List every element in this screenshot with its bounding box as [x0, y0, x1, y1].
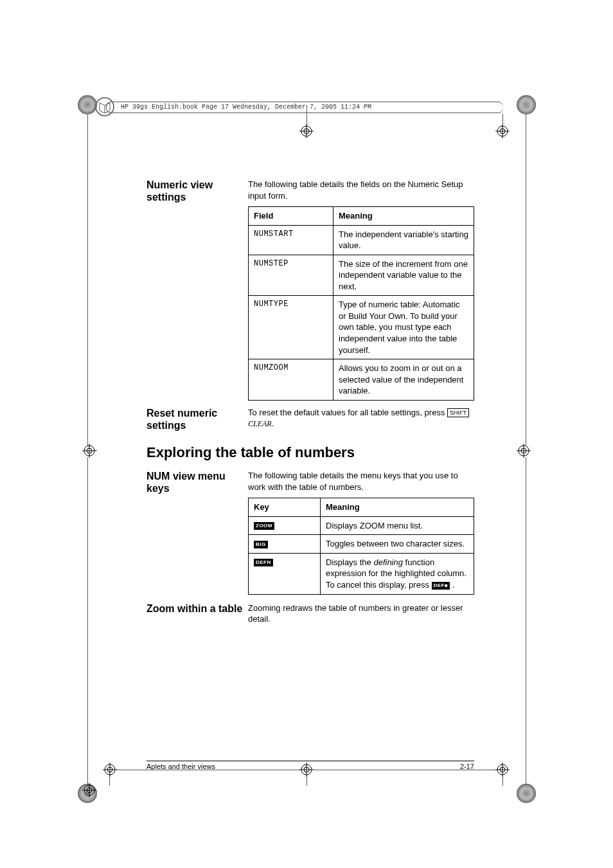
registration-mark-icon [517, 444, 531, 458]
zoom-body: Zooming redraws the table of numbers in … [248, 602, 474, 625]
guide-line [306, 105, 307, 125]
cell-meaning: Toggles between two character sizes. [321, 535, 474, 554]
guide-line [526, 457, 526, 785]
cell-meaning: The independent variable's starting valu… [333, 225, 474, 255]
cell-field: NUMTYPE [249, 296, 333, 359]
numeric-view-intro: The following table details the fields o… [248, 179, 474, 201]
guide-line [502, 114, 503, 125]
guide-line [87, 457, 88, 785]
corner-ornament [517, 95, 536, 114]
reset-text-after: . [272, 419, 274, 428]
guide-line [502, 775, 503, 786]
cell-key: BIG [249, 535, 321, 554]
guide-line [526, 114, 526, 446]
table-row: NUMSTEP The size of the increment from o… [249, 255, 474, 296]
numeric-view-table: Field Meaning NUMSTART The independent v… [248, 206, 474, 401]
side-heading-numeric-view: Numeric view settings [147, 179, 248, 401]
page-header-info: HP 39gs English.book Page 17 Wednesday, … [106, 102, 503, 113]
guide-line [96, 450, 97, 451]
side-heading-zoom: Zoom within a table [147, 602, 248, 625]
guide-line [306, 775, 307, 786]
table-row: NUMSTART The independent variable's star… [249, 225, 474, 255]
table-row: BIG Toggles between two character sizes. [249, 535, 474, 554]
table-row: NUMTYPE Type of numeric table: Automatic… [249, 296, 474, 359]
footer-chapter: Aplets and their views [147, 763, 215, 770]
num-menu-intro: The following table details the menu key… [248, 470, 474, 493]
cell-field: NUMSTEP [249, 255, 333, 296]
cell-field: NUMSTART [249, 225, 333, 255]
clear-key-label: CLEAR [248, 419, 272, 428]
cell-meaning: Displays the defining function expressio… [321, 553, 474, 594]
reset-body: To reset the default values for all tabl… [248, 407, 474, 431]
table-header-row: Key Meaning [249, 498, 474, 517]
side-heading-num-menu: NUM view menu keys [147, 470, 248, 594]
defn-menu-key: DEFN [254, 559, 273, 566]
cell-key: ZOOM [249, 516, 321, 535]
guide-line [87, 114, 88, 446]
table-row: NUMZOOM Allows you to zoom in or out on … [249, 359, 474, 401]
cell-key: DEFN [249, 553, 321, 594]
section-heading-exploring: Exploring the table of numbers [147, 444, 474, 461]
defining-word: defining [373, 557, 403, 567]
registration-mark-icon [82, 444, 96, 458]
cell-meaning: The size of the increment from one indep… [333, 255, 474, 296]
defn-text-after: . [450, 580, 454, 590]
th-meaning: Meaning [333, 207, 474, 226]
guide-line [109, 775, 110, 786]
cell-field: NUMZOOM [249, 359, 333, 401]
def-cancel-key: DEF■ [432, 582, 450, 590]
table-row: ZOOM Displays ZOOM menu list. [249, 516, 474, 535]
registration-mark-icon [103, 763, 117, 777]
table-header-row: Field Meaning [249, 207, 474, 226]
footer-page-number: 2-17 [460, 763, 474, 770]
table-row: DEFN Displays the defining function expr… [249, 553, 474, 594]
defn-text-before: Displays the [326, 557, 373, 567]
side-heading-reset: Reset numeric settings [147, 407, 248, 431]
cell-meaning: Displays ZOOM menu list. [321, 516, 474, 535]
registration-mark-icon [82, 783, 96, 797]
num-menu-table: Key Meaning ZOOM Displays ZOOM menu list… [248, 498, 474, 594]
big-menu-key: BIG [254, 541, 268, 548]
th-meaning: Meaning [321, 498, 474, 517]
registration-mark-icon [495, 763, 510, 777]
shift-key: SHIFT [447, 408, 469, 417]
registration-mark-icon [299, 124, 314, 138]
th-key: Key [249, 498, 321, 517]
corner-ornament [517, 784, 536, 803]
cell-meaning: Type of numeric table: Automatic or Buil… [333, 296, 474, 359]
reset-text-before: To reset the default values for all tabl… [248, 408, 447, 417]
cell-meaning: Allows you to zoom in or out on a select… [333, 359, 474, 401]
registration-mark-icon [495, 124, 510, 138]
zoom-menu-key: ZOOM [254, 522, 274, 530]
th-field: Field [249, 207, 333, 226]
